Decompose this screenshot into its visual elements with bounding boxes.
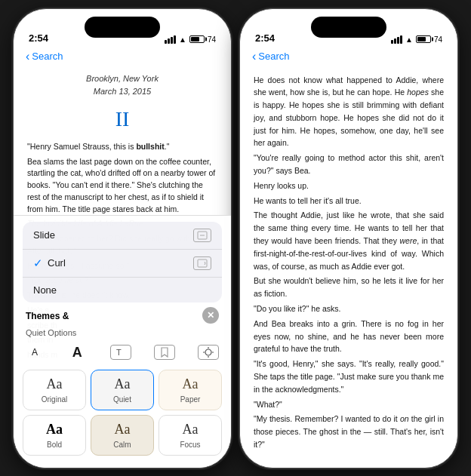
font-large-button[interactable]: A: [66, 342, 88, 364]
bottom-panel: Slide ✓ Curl None: [14, 215, 231, 468]
theme-preview-quiet: Aa: [115, 376, 131, 392]
themes-bar: Themes & ✕: [23, 307, 222, 324]
scroll-option-slide[interactable]: Slide: [23, 222, 222, 250]
scroll-option-none[interactable]: None: [23, 278, 222, 302]
themes-label: Themes &: [26, 311, 69, 321]
right-nav-bar: ‹ Search: [240, 47, 457, 68]
theme-label-quiet: Quiet: [113, 395, 131, 404]
theme-card-paper[interactable]: Aa Paper: [159, 370, 222, 410]
none-label: None: [33, 284, 211, 296]
font-options-row: A A T: [23, 342, 222, 364]
right-phone-content: ‹ Search He does not know what happened …: [240, 47, 457, 468]
scroll-option-curl[interactable]: ✓ Curl: [23, 250, 222, 278]
theme-card-focus[interactable]: Aa Focus: [159, 415, 222, 456]
curl-label: Curl: [48, 257, 193, 269]
quiet-options-label: Quiet Options: [23, 328, 222, 342]
right-phone: 2:54 ▲ 74 ‹ Search: [239, 8, 458, 468]
chevron-left-icon-right: ‹: [252, 50, 256, 63]
battery-icon-right: [416, 35, 431, 43]
signal-icon-left: [165, 35, 176, 44]
theme-preview-focus: Aa: [183, 422, 199, 438]
dynamic-island-left: [85, 17, 160, 38]
curl-icon: [193, 256, 211, 270]
status-icons-left: ▲ 74: [165, 35, 216, 44]
theme-card-calm[interactable]: Aa Calm: [91, 415, 154, 456]
close-button[interactable]: ✕: [202, 307, 219, 324]
theme-label-calm: Calm: [113, 441, 131, 449]
signal-icon-right: [391, 35, 402, 44]
left-phone: 2:54 ▲ 74 ‹ Search: [13, 8, 232, 468]
themes-title: Themes &: [26, 309, 69, 322]
dynamic-island-right: [311, 17, 386, 38]
theme-preview-bold: Aa: [46, 422, 63, 438]
theme-label-paper: Paper: [180, 395, 201, 404]
time-left: 2:54: [29, 32, 48, 44]
back-label-left: Search: [32, 51, 63, 62]
theme-card-original[interactable]: Aa Original: [23, 370, 86, 410]
brightness-icon[interactable]: [198, 345, 219, 360]
left-phone-content: ‹ Search Brooklyn, New York March 13, 20…: [14, 47, 231, 468]
scroll-options-list: Slide ✓ Curl None: [23, 222, 222, 302]
book-location-line2: March 13, 2015: [27, 85, 217, 98]
time-right: 2:54: [255, 32, 275, 44]
battery-icon-left: [189, 35, 205, 43]
font-style-icon[interactable]: T: [110, 345, 131, 360]
book-location-line1: Brooklyn, New York: [27, 72, 217, 85]
theme-card-quiet[interactable]: Aa Quiet: [91, 370, 154, 410]
bookmark-icon[interactable]: [154, 345, 175, 360]
theme-label-bold: Bold: [47, 441, 62, 449]
chapter-number: II: [27, 103, 217, 135]
theme-preview-calm: Aa: [115, 422, 131, 438]
back-button-left[interactable]: ‹ Search: [26, 50, 63, 63]
chevron-left-icon: ‹: [26, 50, 29, 63]
back-label-right: Search: [258, 51, 289, 62]
theme-label-focus: Focus: [180, 441, 200, 449]
back-button-right[interactable]: ‹ Search: [252, 50, 290, 63]
theme-cards-grid: Aa Original Aa Quiet Aa Paper Aa Bold: [23, 370, 222, 456]
svg-text:T: T: [116, 348, 122, 357]
slide-icon: [193, 229, 211, 242]
check-icon-curl: ✓: [33, 256, 43, 270]
wifi-icon-right: ▲: [405, 35, 413, 44]
theme-label-original: Original: [42, 395, 67, 404]
battery-pct-left: 74: [208, 35, 216, 44]
theme-preview-original: Aa: [47, 376, 63, 392]
right-book-text-area: He does not know what happened to Addie,…: [240, 68, 457, 451]
book-header: Brooklyn, New York March 13, 2015: [27, 72, 217, 98]
font-small-button[interactable]: A: [26, 344, 44, 361]
phones-container: 2:54 ▲ 74 ‹ Search: [13, 8, 458, 468]
theme-card-bold[interactable]: Aa Bold: [23, 415, 86, 456]
wifi-icon-left: ▲: [179, 35, 186, 44]
status-icons-right: ▲ 74: [391, 35, 442, 44]
theme-preview-paper: Aa: [183, 376, 199, 392]
slide-label: Slide: [33, 229, 193, 241]
svg-point-4: [205, 349, 211, 355]
battery-pct-right: 74: [434, 35, 442, 44]
left-nav-bar: ‹ Search: [14, 47, 231, 68]
